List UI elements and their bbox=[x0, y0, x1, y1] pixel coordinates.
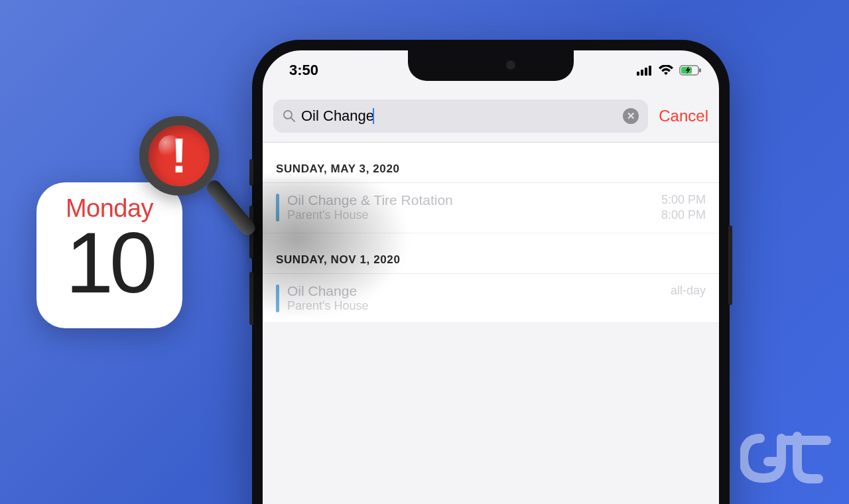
search-field[interactable]: Oil Change ✕ bbox=[273, 99, 648, 133]
search-bar-container: Oil Change ✕ Cancel bbox=[263, 95, 719, 143]
event-location: Parent's House bbox=[287, 299, 663, 313]
phone-frame: 3:50 Oil Change ✕ Cancel S bbox=[252, 40, 730, 504]
phone-screen: 3:50 Oil Change ✕ Cancel S bbox=[263, 50, 719, 504]
svg-rect-1 bbox=[641, 70, 643, 76]
wifi-icon bbox=[658, 65, 674, 76]
battery-charging-icon bbox=[679, 65, 702, 76]
cellular-icon bbox=[637, 65, 653, 76]
event-time: 5:00 PM 8:00 PM bbox=[661, 192, 706, 223]
search-input-text[interactable]: Oil Change bbox=[301, 107, 374, 125]
event-title: Oil Change bbox=[287, 283, 663, 299]
svg-rect-0 bbox=[637, 72, 639, 76]
svg-line-8 bbox=[291, 118, 294, 121]
event-row[interactable]: Oil Change & Tire Rotation Parent's Hous… bbox=[263, 183, 719, 233]
event-color-bar bbox=[276, 194, 279, 221]
search-icon bbox=[283, 109, 296, 123]
gt-logo-watermark bbox=[740, 428, 833, 491]
svg-rect-3 bbox=[649, 66, 651, 76]
clear-search-icon[interactable]: ✕ bbox=[623, 108, 639, 124]
cancel-button[interactable]: Cancel bbox=[648, 107, 708, 125]
error-magnifier-icon: ! bbox=[139, 116, 245, 249]
event-location: Parent's House bbox=[287, 208, 653, 222]
status-time: 3:50 bbox=[289, 62, 318, 79]
event-color-bar bbox=[276, 284, 279, 312]
phone-notch bbox=[408, 50, 574, 81]
svg-rect-6 bbox=[699, 68, 701, 72]
event-title: Oil Change & Tire Rotation bbox=[287, 192, 653, 208]
event-time: all-day bbox=[671, 283, 706, 298]
svg-point-7 bbox=[284, 111, 292, 119]
section-header: SUNDAY, MAY 3, 2020 bbox=[263, 143, 719, 183]
svg-rect-2 bbox=[645, 68, 647, 76]
search-results: SUNDAY, MAY 3, 2020 Oil Change & Tire Ro… bbox=[263, 143, 719, 323]
section-header: SUNDAY, NOV 1, 2020 bbox=[263, 233, 719, 274]
status-indicators bbox=[637, 65, 702, 76]
event-row[interactable]: Oil Change Parent's House all-day bbox=[263, 274, 719, 323]
